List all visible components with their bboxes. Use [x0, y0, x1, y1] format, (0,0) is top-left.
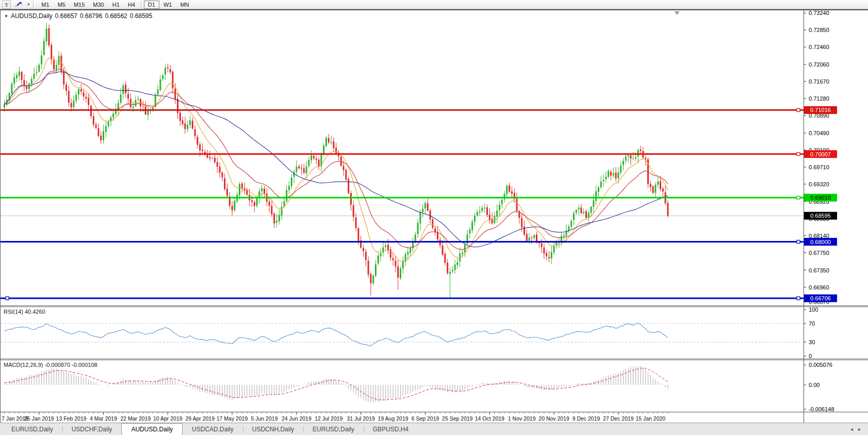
price-badge-0.69010: 0.69010 [804, 194, 837, 202]
rsi-label: RSI(14) 40.4260 [4, 309, 45, 315]
styler-button[interactable] [12, 1, 25, 9]
rsi-tick-label: 0 [809, 353, 812, 359]
svg-text:0.66706: 0.66706 [810, 295, 831, 301]
collapse-arrow-icon[interactable]: ▼ [4, 14, 8, 19]
chart-tab-eurusd-daily[interactable]: EURUSD,Daily [303, 423, 364, 435]
rsi-tick-label: 70 [809, 320, 815, 327]
macd-axis[interactable]: 0.0050760.00-0.006148 [804, 359, 868, 412]
date-label: 27 Dec 2019 [603, 415, 634, 422]
price-tick-label: 0.71670 [809, 78, 829, 85]
chart-tab-eurusd-daily[interactable]: EURUSD,Daily [2, 423, 62, 435]
hline-handle[interactable] [6, 297, 9, 300]
rsi-line [5, 323, 668, 346]
chart-tab-usdcnh-daily[interactable]: USDCNH,Daily [243, 423, 303, 435]
styler-dropdown-button[interactable]: ▾ [26, 1, 30, 9]
chart-tab-audusd-daily[interactable]: AUDUSD,Daily [121, 423, 183, 435]
toolbar-separator [33, 1, 35, 8]
price-axis-column: 0.732400.728500.724600.720600.716700.712… [804, 9, 868, 423]
price-tick-label: 0.71280 [809, 95, 829, 102]
date-label: 5 Jun 2019 [251, 415, 278, 422]
timeframe-button-mn[interactable]: MN [176, 1, 193, 9]
hline-handle[interactable] [797, 153, 800, 156]
ohlc-close: 0.68595 [130, 12, 152, 20]
timeframe-button-h4[interactable]: H4 [124, 1, 139, 9]
timeframe-button-d1[interactable]: D1 [144, 1, 159, 9]
timeframe-button-m30[interactable]: M30 [89, 1, 108, 9]
timeframe-button-m1[interactable]: M1 [37, 1, 53, 9]
chart-area: ▼ AUDUSD,Daily 0.68657 0.68796 0.68562 0… [0, 9, 868, 423]
date-label: 19 Aug 2019 [378, 415, 408, 422]
macd-histogram [5, 366, 668, 403]
date-label: 25 Jan 2019 [24, 415, 54, 422]
rsi-axis[interactable]: 10070300 [804, 305, 868, 359]
timeframe-button-m5[interactable]: M5 [54, 1, 70, 9]
mt4-window: T ▾ M1M5M15M30H1H4D1W1MN ▼ AUDUSD,Daily … [0, 0, 868, 435]
date-label: 1 Nov 2019 [508, 415, 536, 422]
hline-handle[interactable] [797, 297, 800, 300]
macd-label: MACD(12,26,9) -0.000870 -0.000108 [4, 362, 97, 368]
chart-tabs: EURUSD,DailyUSDCHF,DailyAUDUSD,DailyUSDC… [0, 423, 843, 435]
date-label: 12 Jul 2019 [315, 415, 342, 422]
timeframe-button-m15[interactable]: M15 [70, 1, 89, 9]
date-label: 10 Apr 2019 [153, 415, 183, 422]
tab-scroll-left-icon[interactable]: ◂ [850, 426, 853, 432]
timeframe-toolbar: M1M5M15M30H1H4D1W1MN [37, 1, 193, 9]
price-tick-label: 0.73240 [809, 10, 829, 16]
chart-tab-usdcad-daily[interactable]: USDCAD,Daily [183, 423, 243, 435]
shift-marker-icon[interactable] [675, 11, 680, 15]
macd-pane[interactable]: MACD(12,26,9) -0.000870 -0.000108 [1, 359, 804, 412]
rsi-chart[interactable] [1, 307, 804, 359]
ohlc-high: 0.68796 [80, 12, 102, 20]
symbol-period-label: AUDUSD,Daily [11, 12, 53, 20]
rsi-tick-label: 100 [809, 307, 818, 313]
price-tick-label: 0.70490 [809, 130, 829, 136]
price-axis[interactable]: 0.732400.728500.724600.720600.716700.712… [804, 9, 868, 305]
hline-handle[interactable] [797, 196, 800, 199]
axis-corner [804, 412, 868, 423]
tab-scroll-arrows: ◂ ▸ [843, 423, 868, 435]
date-label: 6 Sep 2019 [412, 415, 439, 422]
bid-price-badge: 0.68595 [804, 212, 837, 220]
top-toolbar: T ▾ M1M5M15M30H1H4D1W1MN [0, 0, 868, 9]
rsi-tick-label: 30 [809, 339, 815, 345]
macd-tick-label: 0.005076 [809, 362, 832, 368]
price-tick-label: 0.69710 [809, 164, 829, 170]
date-label: 20 Nov 2019 [538, 415, 569, 422]
price-tick-label: 0.68140 [809, 233, 829, 239]
tab-scroll-right-icon[interactable]: ▸ [858, 426, 861, 432]
date-label: 15 Jan 2020 [635, 415, 665, 422]
svg-text:0.71016: 0.71016 [810, 107, 831, 113]
price-tick-label: 0.66960 [809, 284, 829, 291]
macd-tick-label: 0.00 [809, 382, 820, 388]
svg-text:0.68000: 0.68000 [810, 239, 831, 245]
candles [4, 23, 668, 298]
chevron-down-icon: ▾ [27, 2, 29, 7]
chart-tab-gbpusd-h4[interactable]: GBPUSD,H4 [364, 423, 418, 435]
candlestick-chart[interactable] [1, 10, 804, 305]
timeframe-button-w1[interactable]: W1 [159, 1, 176, 9]
date-label: 22 Mar 2019 [120, 415, 151, 422]
price-badge-0.70007: 0.70007 [804, 150, 837, 158]
date-label: 13 Feb 2019 [56, 415, 87, 422]
timeframe-button-h1[interactable]: H1 [108, 1, 124, 9]
price-badge-0.68000: 0.68000 [804, 238, 837, 246]
date-axis[interactable]: 7 Jan 201925 Jan 201913 Feb 20194 Mar 20… [1, 412, 804, 423]
chart-panes: ▼ AUDUSD,Daily 0.68657 0.68796 0.68562 0… [0, 9, 804, 423]
ma-slow-line [5, 72, 668, 247]
chart-tab-usdchf-daily[interactable]: USDCHF,Daily [62, 423, 122, 435]
date-label: 14 Oct 2019 [475, 415, 504, 422]
price-tick-label: 0.67750 [809, 250, 829, 256]
date-label: 17 May 2019 [217, 415, 248, 422]
macd-chart[interactable] [1, 360, 804, 412]
chart-title: ▼ AUDUSD,Daily 0.68657 0.68796 0.68562 0… [4, 12, 152, 20]
main-chart-pane[interactable]: ▼ AUDUSD,Daily 0.68657 0.68796 0.68562 0… [1, 9, 804, 305]
svg-text:0.68595: 0.68595 [810, 213, 831, 219]
macd-tick-label: -0.006148 [809, 406, 834, 412]
hline-handle[interactable] [797, 108, 800, 111]
price-tick-label: 0.67350 [809, 267, 829, 273]
hline-handle[interactable] [797, 240, 800, 244]
text-tool-button[interactable]: T [2, 1, 11, 9]
rsi-pane[interactable]: RSI(14) 40.4260 [1, 305, 804, 359]
date-label: 29 Apr 2019 [185, 415, 215, 422]
ma-mid-line [5, 69, 668, 249]
